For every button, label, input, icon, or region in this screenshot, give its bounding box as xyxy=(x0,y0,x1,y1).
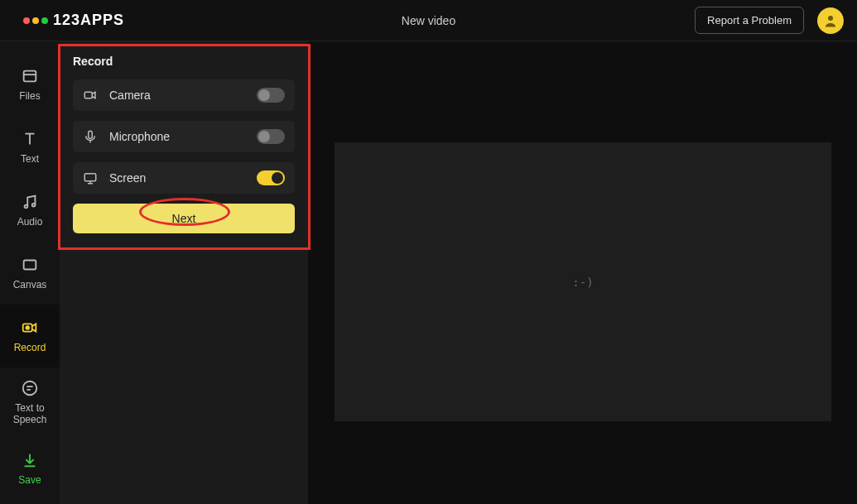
sidebar-item-record[interactable]: Record xyxy=(0,305,60,367)
sidebar-item-audio[interactable]: Audio xyxy=(0,179,60,242)
sidebar-item-text[interactable]: Text xyxy=(0,116,60,179)
svg-point-10 xyxy=(23,381,37,395)
option-row-screen: Screen xyxy=(73,162,295,194)
text-icon xyxy=(21,130,39,148)
svg-point-6 xyxy=(32,204,36,207)
svg-point-9 xyxy=(26,326,29,329)
audio-icon xyxy=(21,193,39,211)
brand-name: 123APPS xyxy=(53,12,124,29)
record-panel: Record Camera Microphone Screen Next xyxy=(60,41,308,504)
option-row-camera: Camera xyxy=(73,79,295,111)
camera-toggle[interactable] xyxy=(257,88,285,103)
next-button[interactable]: Next xyxy=(73,204,295,233)
svg-rect-12 xyxy=(84,92,92,98)
logo-dots-icon xyxy=(23,17,48,24)
tts-icon xyxy=(21,379,39,397)
sidebar-item-label: Text xyxy=(21,153,39,165)
svg-point-0 xyxy=(828,16,833,21)
sidebar-item-save[interactable]: Save xyxy=(0,437,60,500)
svg-rect-7 xyxy=(24,261,36,270)
camera-icon xyxy=(83,88,98,103)
sidebar-item-label: Audio xyxy=(17,216,43,228)
sidebar-item-label: Record xyxy=(14,342,46,353)
files-icon xyxy=(21,67,39,85)
save-icon xyxy=(21,451,39,469)
left-sidebar: Files Text Audio Canvas Record Text to S… xyxy=(0,41,60,504)
option-label: Microphone xyxy=(109,130,245,143)
option-label: Camera xyxy=(109,89,245,102)
screen-toggle[interactable] xyxy=(257,170,285,185)
report-problem-button[interactable]: Report a Problem xyxy=(695,7,804,34)
app-logo[interactable]: 123APPS xyxy=(23,12,124,29)
sidebar-item-canvas[interactable]: Canvas xyxy=(0,242,60,305)
option-row-microphone: Microphone xyxy=(73,121,295,152)
microphone-toggle[interactable] xyxy=(257,129,285,144)
svg-rect-13 xyxy=(89,131,93,138)
sidebar-item-files[interactable]: Files xyxy=(0,53,60,116)
sidebar-item-label: Save xyxy=(18,474,41,486)
panel-title: Record xyxy=(73,55,295,68)
microphone-icon xyxy=(83,129,98,144)
user-avatar[interactable] xyxy=(817,7,844,34)
svg-rect-15 xyxy=(84,174,96,181)
screen-icon xyxy=(83,170,98,185)
user-icon xyxy=(823,13,838,28)
video-canvas[interactable]: :-) xyxy=(335,142,831,421)
app-header: 123APPS New video Report a Problem xyxy=(0,0,857,41)
project-title[interactable]: New video xyxy=(402,14,455,27)
svg-point-5 xyxy=(25,205,28,209)
svg-rect-1 xyxy=(24,71,36,82)
sidebar-item-tts[interactable]: Text to Speech xyxy=(0,367,60,437)
record-icon xyxy=(21,319,39,337)
sidebar-item-label: Files xyxy=(19,90,40,102)
canvas-icon xyxy=(21,256,39,274)
sidebar-item-label: Text to Speech xyxy=(0,402,60,426)
option-label: Screen xyxy=(109,171,245,185)
sidebar-item-label: Canvas xyxy=(13,279,47,290)
canvas-placeholder: :-) xyxy=(572,276,593,289)
